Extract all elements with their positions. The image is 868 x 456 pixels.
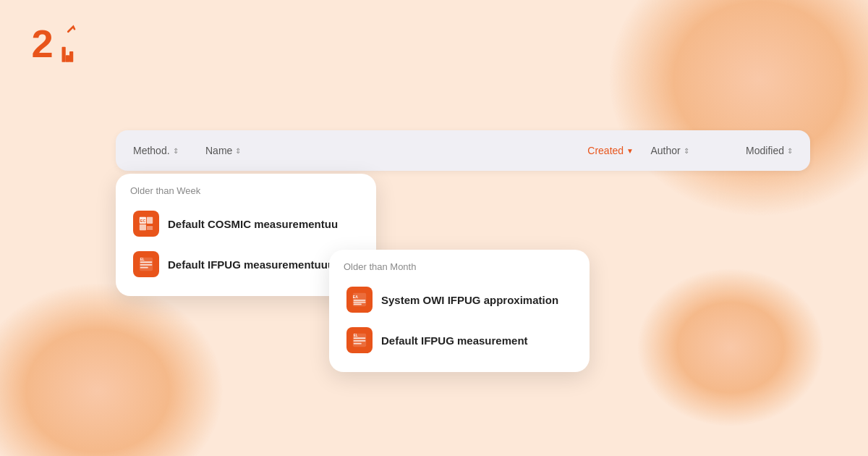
item-label-owi: System OWI IFPUG approximation bbox=[381, 294, 558, 306]
svg-text:EA: EA bbox=[353, 295, 358, 299]
column-header-method[interactable]: Method. ⇕ bbox=[133, 145, 205, 156]
column-method-label: Method. bbox=[133, 145, 170, 156]
svg-rect-5 bbox=[140, 224, 146, 230]
item-label-ifpug-week: Default IFPUG measurementuuu bbox=[168, 258, 334, 271]
column-name-label: Name bbox=[205, 145, 232, 156]
svg-text:2: 2 bbox=[32, 22, 54, 65]
svg-rect-9 bbox=[147, 228, 153, 229]
svg-text:EC: EC bbox=[140, 219, 146, 223]
svg-rect-19 bbox=[354, 304, 362, 305]
sort-icon-modified: ⇕ bbox=[787, 147, 793, 155]
month-section-label: Older than Month bbox=[338, 261, 581, 279]
sort-icon-method: ⇕ bbox=[173, 147, 179, 155]
column-created-label: Created bbox=[587, 145, 624, 156]
list-item[interactable]: EL Default IFPUG measurement bbox=[338, 320, 581, 360]
table-header-area: Method. ⇕ Name ⇕ Created ▼ Author ⇕ Modi… bbox=[116, 130, 810, 171]
svg-rect-21 bbox=[354, 337, 366, 339]
sort-icon-name: ⇕ bbox=[235, 147, 241, 155]
column-modified-label: Modified bbox=[746, 145, 784, 156]
cosmic-icon: EC bbox=[133, 211, 159, 237]
ifpug-icon-week: EL bbox=[133, 251, 159, 277]
bg-blob-right-mid bbox=[637, 268, 825, 427]
bg-blob-top-right bbox=[608, 0, 868, 217]
ifpug-icon-month: EL bbox=[346, 327, 373, 353]
sort-icon-author: ⇕ bbox=[684, 147, 689, 155]
list-item[interactable]: EC Default COSMIC measurementuu bbox=[124, 203, 367, 244]
column-header-name[interactable]: Name ⇕ bbox=[205, 145, 547, 156]
column-header-created[interactable]: Created ▼ bbox=[547, 145, 634, 156]
list-item[interactable]: EA System OWI IFPUG approximation bbox=[338, 279, 581, 320]
svg-rect-8 bbox=[147, 227, 153, 228]
svg-rect-18 bbox=[354, 302, 366, 303]
column-header-author[interactable]: Author ⇕ bbox=[634, 145, 706, 156]
item-label-cosmic: Default COSMIC measurementuu bbox=[168, 218, 338, 230]
svg-rect-13 bbox=[140, 267, 148, 269]
dropdown-older-than-month: Older than Month EA System OWI IFPUG app… bbox=[329, 250, 590, 372]
svg-rect-22 bbox=[354, 340, 366, 342]
sort-icon-created: ▼ bbox=[626, 147, 634, 155]
column-header-modified[interactable]: Modified ⇕ bbox=[706, 145, 793, 156]
table-header-row: Method. ⇕ Name ⇕ Created ▼ Author ⇕ Modi… bbox=[116, 130, 810, 171]
svg-rect-3 bbox=[69, 51, 73, 62]
column-author-label: Author bbox=[650, 145, 680, 156]
svg-rect-6 bbox=[147, 217, 153, 224]
svg-text:EL: EL bbox=[140, 258, 145, 261]
bg-blob-bottom-left bbox=[0, 282, 224, 456]
svg-rect-1 bbox=[62, 47, 66, 62]
svg-rect-23 bbox=[354, 343, 362, 345]
item-label-ifpug-month: Default IFPUG measurement bbox=[381, 334, 528, 347]
owi-icon: EA bbox=[346, 287, 373, 313]
svg-rect-17 bbox=[354, 300, 366, 301]
app-logo: 2 bbox=[29, 20, 80, 71]
svg-text:EL: EL bbox=[354, 334, 358, 337]
svg-rect-2 bbox=[66, 55, 69, 62]
svg-rect-11 bbox=[140, 261, 153, 263]
week-section-label: Older than Week bbox=[124, 185, 367, 203]
svg-rect-12 bbox=[140, 264, 153, 266]
